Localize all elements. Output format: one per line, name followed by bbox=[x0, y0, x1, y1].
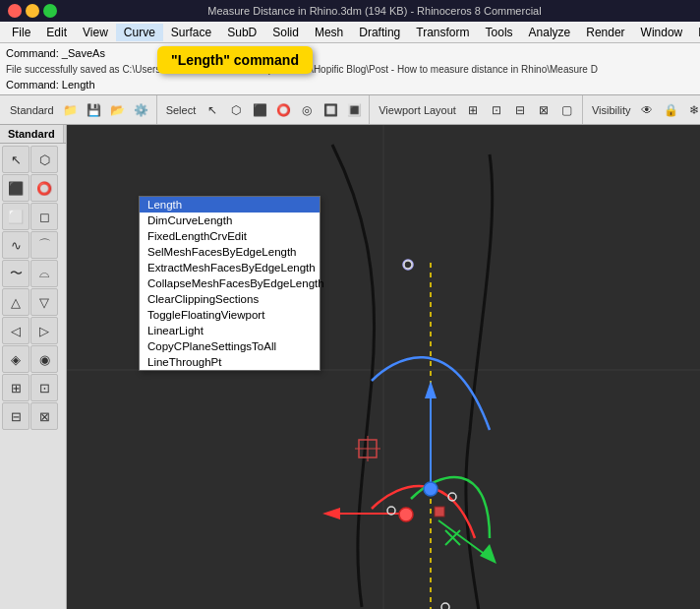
toolbar-btn-2-4[interactable]: ▢ bbox=[556, 99, 578, 121]
tool-btn-8[interactable]: 〜 bbox=[2, 260, 29, 287]
maximize-button[interactable] bbox=[43, 4, 57, 18]
tool-btn-0[interactable]: ↖ bbox=[2, 146, 29, 173]
toolbar-row: Standard📁💾📂⚙️Select↖⬡⬛⭕◎🔲🔳Viewport Layou… bbox=[0, 95, 700, 125]
menu-item-surface[interactable]: Surface bbox=[163, 24, 219, 41]
menu-item-file[interactable]: File bbox=[4, 24, 38, 41]
autocomplete-dropdown[interactable]: LengthDimCurveLengthFixedLengthCrvEditSe… bbox=[139, 196, 321, 371]
toolbar-btn-2-1[interactable]: ⊡ bbox=[486, 99, 507, 121]
tool-btn-10[interactable]: △ bbox=[2, 288, 29, 316]
tool-btn-16[interactable]: ⊞ bbox=[2, 374, 29, 401]
menu-item-window[interactable]: Window bbox=[633, 24, 691, 41]
autocomplete-item-7[interactable]: ToggleFloatingViewport bbox=[140, 307, 320, 323]
tool-btn-9[interactable]: ⌓ bbox=[30, 260, 58, 287]
toolbar-btn-3-1[interactable]: 🔒 bbox=[660, 99, 681, 121]
menu-item-edit[interactable]: Edit bbox=[38, 24, 75, 41]
menu-item-solid[interactable]: Solid bbox=[264, 24, 307, 41]
toolbar-btn-0-3[interactable]: ⚙️ bbox=[131, 99, 152, 121]
menu-item-transform[interactable]: Transform bbox=[408, 24, 477, 41]
toolbar-section-0: Standard📁💾📂⚙️ bbox=[2, 95, 157, 124]
tool-btn-5[interactable]: ◻ bbox=[30, 203, 58, 230]
command-area: Command: _SaveAs File successfully saved… bbox=[0, 43, 700, 95]
toolbar-btn-1-4[interactable]: ◎ bbox=[296, 99, 318, 121]
length-tooltip: "Length" command bbox=[157, 46, 313, 74]
left-sidebar: Standard ↖⬡⬛⭕⬜◻∿⌒〜⌓△▽◁▷◈◉⊞⊡⊟⊠ bbox=[0, 125, 67, 609]
menu-item-help[interactable]: Help bbox=[690, 24, 700, 41]
command-line-1: Command: _SaveAs bbox=[6, 45, 694, 62]
main-area: Standard ↖⬡⬛⭕⬜◻∿⌒〜⌓△▽◁▷◈◉⊞⊡⊟⊠ LengthDimC… bbox=[0, 125, 700, 609]
toolbar-section-3: Visibility👁🔒❄🔆 bbox=[584, 95, 700, 124]
sidebar-tabs: Standard bbox=[0, 125, 66, 144]
tool-btn-19[interactable]: ⊠ bbox=[30, 402, 58, 430]
sidebar-row-8: ⊞⊡ bbox=[2, 374, 64, 401]
menu-item-render[interactable]: Render bbox=[578, 24, 632, 41]
toolbar-section-1: Select↖⬡⬛⭕◎🔲🔳 bbox=[158, 95, 371, 124]
menu-item-mesh[interactable]: Mesh bbox=[307, 24, 351, 41]
tool-btn-11[interactable]: ▽ bbox=[30, 288, 58, 316]
tool-btn-7[interactable]: ⌒ bbox=[30, 231, 58, 259]
toolbar-btn-0-1[interactable]: 💾 bbox=[84, 99, 105, 121]
sidebar-tools: ↖⬡⬛⭕⬜◻∿⌒〜⌓△▽◁▷◈◉⊞⊡⊟⊠ bbox=[0, 144, 66, 609]
svg-rect-16 bbox=[435, 507, 444, 517]
command-line-3: Command: Length bbox=[6, 77, 694, 93]
toolbar-section-2: Viewport Layout⊞⊡⊟⊠▢ bbox=[371, 95, 583, 124]
menu-item-curve[interactable]: Curve bbox=[116, 24, 163, 41]
menu-item-subd[interactable]: SubD bbox=[219, 24, 264, 41]
tool-btn-14[interactable]: ◈ bbox=[2, 345, 29, 373]
tool-btn-12[interactable]: ◁ bbox=[2, 317, 29, 344]
toolbar-section-label-3: Visibility bbox=[588, 104, 635, 116]
toolbar-btn-0-2[interactable]: 📂 bbox=[107, 99, 129, 121]
toolbar-btn-1-1[interactable]: ⬡ bbox=[225, 99, 247, 121]
autocomplete-item-5[interactable]: CollapseMeshFacesByEdgeLength bbox=[140, 275, 320, 291]
close-button[interactable] bbox=[8, 4, 22, 18]
minimize-button[interactable] bbox=[26, 4, 39, 18]
sidebar-tab-standard[interactable]: Standard bbox=[0, 125, 64, 143]
autocomplete-item-3[interactable]: SelMeshFacesByEdgeLength bbox=[140, 244, 320, 260]
toolbar-btn-2-3[interactable]: ⊠ bbox=[533, 99, 554, 121]
menu-item-tools[interactable]: Tools bbox=[478, 24, 521, 41]
toolbar-btn-0-0[interactable]: 📁 bbox=[60, 99, 82, 121]
command-line-2: File successfully saved as C:\Users\thom… bbox=[6, 62, 694, 77]
viewport[interactable]: LengthDimCurveLengthFixedLengthCrvEditSe… bbox=[67, 125, 700, 609]
sidebar-row-5: △▽ bbox=[2, 288, 64, 316]
tool-btn-17[interactable]: ⊡ bbox=[30, 374, 58, 401]
toolbar-btn-1-2[interactable]: ⬛ bbox=[249, 99, 270, 121]
toolbar-btn-1-0[interactable]: ↖ bbox=[202, 99, 223, 121]
autocomplete-item-8[interactable]: LinearLight bbox=[140, 323, 320, 338]
tool-btn-4[interactable]: ⬜ bbox=[2, 203, 29, 230]
autocomplete-item-10[interactable]: LineThroughPt bbox=[140, 354, 320, 370]
tool-btn-13[interactable]: ▷ bbox=[30, 317, 58, 344]
toolbar-btn-1-5[interactable]: 🔲 bbox=[320, 99, 341, 121]
autocomplete-item-1[interactable]: DimCurveLength bbox=[140, 213, 320, 228]
autocomplete-item-9[interactable]: CopyCPlaneSettingsToAll bbox=[140, 338, 320, 354]
window-title: Measure Distance in Rhino.3dm (194 KB) -… bbox=[57, 5, 692, 17]
menu-item-view[interactable]: View bbox=[75, 24, 116, 41]
sidebar-row-6: ◁▷ bbox=[2, 317, 64, 344]
menu-item-analyze[interactable]: Analyze bbox=[521, 24, 579, 41]
toolbar-btn-1-6[interactable]: 🔳 bbox=[343, 99, 365, 121]
menu-item-drafting[interactable]: Drafting bbox=[351, 24, 408, 41]
tool-btn-18[interactable]: ⊟ bbox=[2, 402, 29, 430]
window-controls[interactable] bbox=[8, 4, 57, 18]
toolbar-btn-2-2[interactable]: ⊟ bbox=[509, 99, 531, 121]
toolbar-btn-1-3[interactable]: ⭕ bbox=[272, 99, 294, 121]
toolbar-btn-3-0[interactable]: 👁 bbox=[636, 99, 658, 121]
autocomplete-item-6[interactable]: ClearClippingSections bbox=[140, 291, 320, 307]
tool-btn-2[interactable]: ⬛ bbox=[2, 174, 29, 202]
toolbar-btn-3-2[interactable]: ❄ bbox=[683, 99, 700, 121]
autocomplete-item-4[interactable]: ExtractMeshFacesByEdgeLength bbox=[140, 260, 320, 275]
sidebar-row-7: ◈◉ bbox=[2, 345, 64, 373]
tool-btn-15[interactable]: ◉ bbox=[30, 345, 58, 373]
tool-btn-6[interactable]: ∿ bbox=[2, 231, 29, 259]
title-bar: Measure Distance in Rhino.3dm (194 KB) -… bbox=[0, 0, 700, 22]
sidebar-row-0: ↖⬡ bbox=[2, 146, 64, 173]
svg-point-15 bbox=[399, 508, 413, 521]
svg-point-14 bbox=[424, 482, 438, 496]
autocomplete-item-2[interactable]: FixedLengthCrvEdit bbox=[140, 228, 320, 244]
sidebar-row-4: 〜⌓ bbox=[2, 260, 64, 287]
toolbar-section-label-1: Select bbox=[162, 104, 201, 116]
toolbar-btn-2-0[interactable]: ⊞ bbox=[462, 99, 484, 121]
autocomplete-item-0[interactable]: Length bbox=[140, 197, 320, 213]
tool-btn-3[interactable]: ⭕ bbox=[30, 174, 58, 202]
menu-bar: FileEditViewCurveSurfaceSubDSolidMeshDra… bbox=[0, 22, 700, 43]
tool-btn-1[interactable]: ⬡ bbox=[30, 146, 58, 173]
